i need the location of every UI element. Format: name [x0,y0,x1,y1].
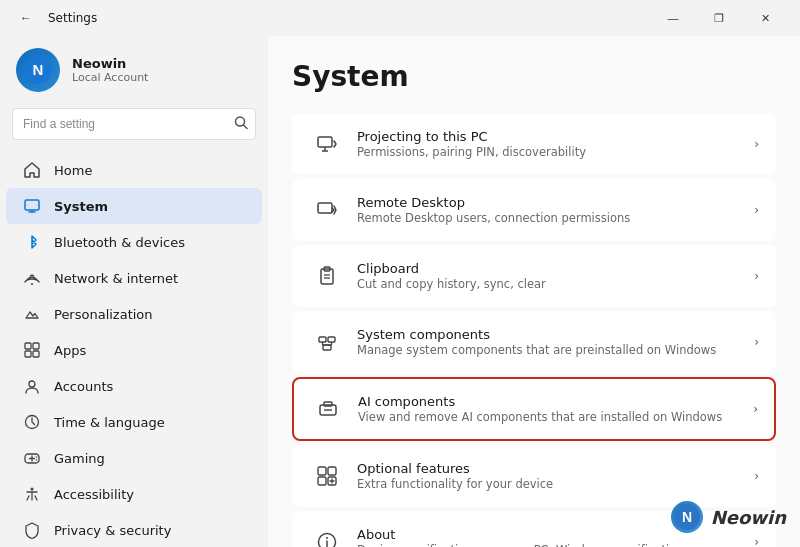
sidebar-item-bluetooth-label: Bluetooth & devices [54,235,185,250]
gaming-icon [22,448,42,468]
settings-label-optional-features: Optional features [357,461,754,476]
svg-text:N: N [33,61,44,78]
watermark-n-icon: N [673,503,701,531]
home-icon [22,160,42,180]
accessibility-icon [22,484,42,504]
sidebar-item-accounts[interactable]: Accounts [6,368,262,404]
remote-desktop-icon [309,192,345,228]
settings-label-projecting: Projecting to this PC [357,129,754,144]
chevron-icon-ai-components: › [753,402,758,416]
svg-rect-28 [319,337,326,342]
watermark-text: Neowin [711,507,786,528]
settings-item-system-components[interactable]: System components Manage system componen… [292,311,776,373]
settings-text-projecting: Projecting to this PC Permissions, pairi… [357,129,754,159]
avatar-logo-icon: N [23,55,53,85]
svg-point-17 [36,456,38,458]
sidebar-item-gaming-label: Gaming [54,451,105,466]
settings-list: Projecting to this PC Permissions, pairi… [292,113,776,547]
svg-rect-42 [318,477,326,485]
svg-point-39 [327,409,329,411]
settings-desc-about: Device specifications, rename PC, Window… [357,543,754,547]
sidebar-item-gaming[interactable]: Gaming [6,440,262,476]
titlebar: ← Settings — ❐ ✕ [0,0,800,36]
titlebar-left: ← Settings [12,4,97,32]
sidebar-item-home-label: Home [54,163,92,178]
sidebar-item-accounts-label: Accounts [54,379,113,394]
svg-rect-9 [33,343,39,349]
svg-rect-36 [324,402,332,406]
svg-rect-10 [25,351,31,357]
settings-item-clipboard[interactable]: Clipboard Cut and copy history, sync, cl… [292,245,776,307]
user-section[interactable]: N Neowin Local Account [0,36,268,108]
sidebar: N Neowin Local Account [0,36,268,547]
settings-desc-ai-components: View and remove AI components that are i… [358,410,753,424]
sidebar-item-system[interactable]: System [6,188,262,224]
sidebar-item-time[interactable]: Time & language [6,404,262,440]
settings-desc-optional-features: Extra functionality for your device [357,477,754,491]
settings-text-system-components: System components Manage system componen… [357,327,754,357]
page-title: System [292,60,776,93]
settings-label-clipboard: Clipboard [357,261,754,276]
ai-components-icon [310,391,346,427]
about-icon [309,524,345,547]
avatar: N [16,48,60,92]
settings-desc-clipboard: Cut and copy history, sync, clear [357,277,754,291]
settings-desc-system-components: Manage system components that are preins… [357,343,754,357]
sidebar-item-bluetooth[interactable]: Bluetooth & devices [6,224,262,260]
search-box [12,108,256,140]
main-content: System Projecting to this PC Permissions… [268,36,800,547]
svg-point-12 [29,381,35,387]
sidebar-item-accessibility-label: Accessibility [54,487,134,502]
minimize-button[interactable]: — [650,3,696,33]
settings-item-ai-components[interactable]: AI components View and remove AI compone… [292,377,776,441]
sidebar-item-network[interactable]: Network & internet [6,260,262,296]
maximize-button[interactable]: ❐ [696,3,742,33]
search-input[interactable] [12,108,256,140]
svg-point-7 [31,283,33,285]
network-icon [22,268,42,288]
system-components-icon [309,324,345,360]
sidebar-item-privacy-label: Privacy & security [54,523,171,538]
svg-point-18 [36,459,38,461]
nav-menu: Home System Bluetooth [0,152,268,547]
chevron-icon-system-components: › [754,335,759,349]
sidebar-item-privacy[interactable]: Privacy & security [6,512,262,547]
settings-item-optional-features[interactable]: Optional features Extra functionality fo… [292,445,776,507]
settings-text-optional-features: Optional features Extra functionality fo… [357,461,754,491]
time-icon [22,412,42,432]
settings-item-remote-desktop[interactable]: Remote Desktop Remote Desktop users, con… [292,179,776,241]
svg-rect-29 [328,337,335,342]
svg-line-3 [244,125,248,129]
svg-rect-23 [318,203,332,213]
settings-text-clipboard: Clipboard Cut and copy history, sync, cl… [357,261,754,291]
sidebar-item-network-label: Network & internet [54,271,178,286]
settings-text-ai-components: AI components View and remove AI compone… [358,394,753,424]
svg-rect-40 [318,467,326,475]
svg-rect-11 [33,351,39,357]
chevron-icon-projecting: › [754,137,759,151]
watermark: N Neowin [671,501,786,533]
svg-rect-20 [318,137,332,147]
sidebar-item-accessibility[interactable]: Accessibility [6,476,262,512]
svg-rect-8 [25,343,31,349]
sidebar-item-apps[interactable]: Apps [6,332,262,368]
sidebar-item-home[interactable]: Home [6,152,262,188]
back-button[interactable]: ← [12,4,40,32]
svg-rect-4 [25,200,39,210]
settings-label-remote: Remote Desktop [357,195,754,210]
sidebar-item-personalization[interactable]: Personalization [6,296,262,332]
system-icon [22,196,42,216]
close-button[interactable]: ✕ [742,3,788,33]
bluetooth-icon [22,232,42,252]
titlebar-title: Settings [48,11,97,25]
clipboard-icon [309,258,345,294]
chevron-icon-optional-features: › [754,469,759,483]
projecting-icon [309,126,345,162]
chevron-icon-about: › [754,535,759,547]
settings-desc-remote: Remote Desktop users, connection permiss… [357,211,754,225]
personalization-icon [22,304,42,324]
apps-icon [22,340,42,360]
titlebar-controls: — ❐ ✕ [650,3,788,33]
settings-item-projecting[interactable]: Projecting to this PC Permissions, pairi… [292,113,776,175]
user-info: Neowin Local Account [72,56,148,84]
